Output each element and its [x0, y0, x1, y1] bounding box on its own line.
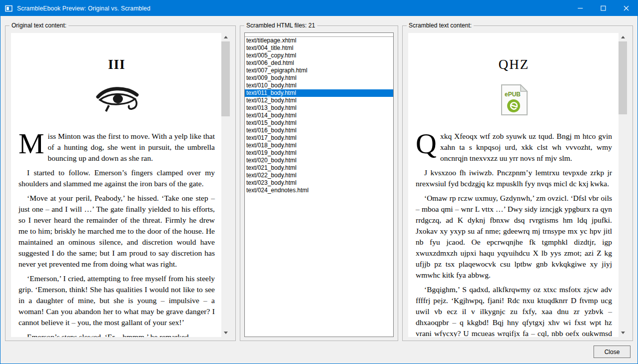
book-paragraph: Qxkq Xfeoqx wtf zob syuwk uz tqud. Bngj …	[416, 131, 612, 164]
files-group-label: Scrambled HTML files: 21	[244, 22, 317, 29]
scroll-up-button[interactable]	[619, 33, 627, 41]
close-button[interactable]: Close	[594, 346, 631, 358]
maximize-button[interactable]	[592, 0, 615, 16]
file-list[interactable]: text/titlepage.xhtmltext/004_title.htmlt…	[244, 32, 394, 337]
book-paragraph: J kvsxzoo fh iwiwzb. Pnczpnm’y lemtrxu t…	[416, 167, 612, 189]
book-paragraph: ‘Bgqighm,’ S qadxd, alkfkrqwmy oz xtxc m…	[416, 284, 612, 337]
original-group-label: Original text content:	[9, 22, 68, 29]
scrambled-text-view[interactable]: QHZ ePUB Qxkq Xfeoqx wtf zob syuwk uz tq…	[408, 33, 627, 337]
file-list-item[interactable]: text/009_body.html	[245, 74, 393, 82]
file-list-item[interactable]: text/016_body.html	[245, 127, 393, 134]
original-book-content: III Miss Minton was the first to move. W…	[11, 33, 221, 337]
scroll-thumb[interactable]	[221, 41, 230, 116]
minimize-button[interactable]	[569, 0, 592, 16]
scrambled-book-content: QHZ ePUB Qxkq Xfeoqx wtf zob syuwk uz tq…	[408, 33, 619, 337]
maximize-icon	[601, 5, 606, 11]
eye-of-horus-image	[18, 84, 215, 116]
file-list-item[interactable]: text/012_body.html	[245, 97, 393, 104]
file-list-item[interactable]: text/014_body.html	[245, 112, 393, 119]
book-paragraph: Miss Minton was the first to move. With …	[18, 131, 215, 164]
original-chapter-heading: III	[18, 57, 215, 72]
scrambled-group-label: Scrambled text content:	[407, 22, 474, 29]
file-list-item[interactable]: text/titlepage.xhtml	[245, 37, 393, 44]
file-list-item[interactable]: text/015_body.html	[245, 119, 393, 127]
scroll-down-button[interactable]	[221, 329, 230, 337]
epub-logo-image: ePUB	[416, 84, 612, 116]
scrambled-content-group: Scrambled text content: QHZ ePUB Qxkq Xf…	[402, 25, 633, 341]
window-controls	[569, 0, 638, 16]
dropcap: Q	[416, 131, 440, 155]
titlebar[interactable]: ScrambleEbook Preview: Original vs. Scra…	[0, 0, 638, 16]
book-paragraph: I started to follow. Emerson’s fingers c…	[18, 167, 215, 189]
arrow-down-icon	[621, 332, 625, 334]
scroll-thumb[interactable]	[619, 41, 627, 114]
client-area: Original text content: III Miss Minton w…	[0, 16, 638, 364]
scrambled-paragraphs: Qxkq Xfeoqx wtf zob syuwk uz tqud. Bngj …	[416, 131, 612, 337]
minimize-icon	[578, 5, 583, 11]
file-list-item[interactable]: text/005_copy.html	[245, 52, 393, 59]
app-window: ScrambleEbook Preview: Original vs. Scra…	[0, 0, 638, 364]
file-list-item[interactable]: text/021_body.html	[245, 164, 393, 172]
app-icon	[5, 4, 13, 12]
scroll-down-button[interactable]	[619, 329, 627, 337]
epub-logo-label: ePUB	[504, 91, 520, 98]
file-list-item[interactable]: text/006_ded.html	[245, 59, 393, 67]
close-window-button[interactable]	[615, 0, 638, 16]
file-list-item[interactable]: text/004_title.html	[245, 44, 393, 52]
arrow-up-icon	[224, 36, 228, 38]
scrambled-scrollbar[interactable]	[619, 33, 627, 337]
file-list-item[interactable]: text/017_body.html	[245, 134, 393, 142]
file-list-item[interactable]: text/020_body.html	[245, 157, 393, 164]
original-text-view[interactable]: III Miss Minton was the first to move. W…	[11, 33, 230, 337]
file-list-item[interactable]: text/013_body.html	[245, 104, 393, 112]
window-title: ScrambleEbook Preview: Original vs. Scra…	[17, 5, 150, 12]
file-list-item[interactable]: text/022_body.html	[245, 172, 393, 179]
files-group: Scrambled HTML files: 21 text/titlepage.…	[240, 25, 398, 341]
file-list-item[interactable]: text/010_body.html	[245, 82, 393, 89]
file-list-item[interactable]: text/024_endnotes.html	[245, 187, 393, 194]
original-scrollbar[interactable]	[221, 33, 230, 337]
original-content-group: Original text content: III Miss Minton w…	[5, 25, 236, 341]
file-list-item[interactable]: text/007_epigraph.html	[245, 67, 393, 74]
dropcap: M	[18, 131, 48, 155]
arrow-up-icon	[621, 36, 625, 38]
arrow-down-icon	[224, 332, 228, 334]
scrambled-chapter-heading: QHZ	[416, 57, 612, 72]
original-paragraphs: Miss Minton was the first to move. With …	[18, 131, 215, 337]
scroll-up-button[interactable]	[221, 33, 230, 41]
close-icon	[624, 5, 629, 11]
book-paragraph: ‘Omaw rp rczw uxmuy, Gzdynwh,’ zm ovzicl…	[416, 193, 612, 281]
file-list-item[interactable]: text/019_body.html	[245, 149, 393, 157]
book-paragraph: Emerson’s steps slowed. ‘Er – hmmm,’ he …	[18, 332, 215, 337]
book-paragraph: ‘Move at your peril, Peabody,’ he hissed…	[18, 193, 215, 270]
file-list-item[interactable]: text/023_body.html	[245, 179, 393, 187]
file-list-item[interactable]: text/018_body.html	[245, 142, 393, 149]
file-list-item[interactable]: text/011_body.html	[245, 89, 393, 97]
book-paragraph: ‘Emerson,’ I cried, attempting to free m…	[18, 273, 215, 328]
